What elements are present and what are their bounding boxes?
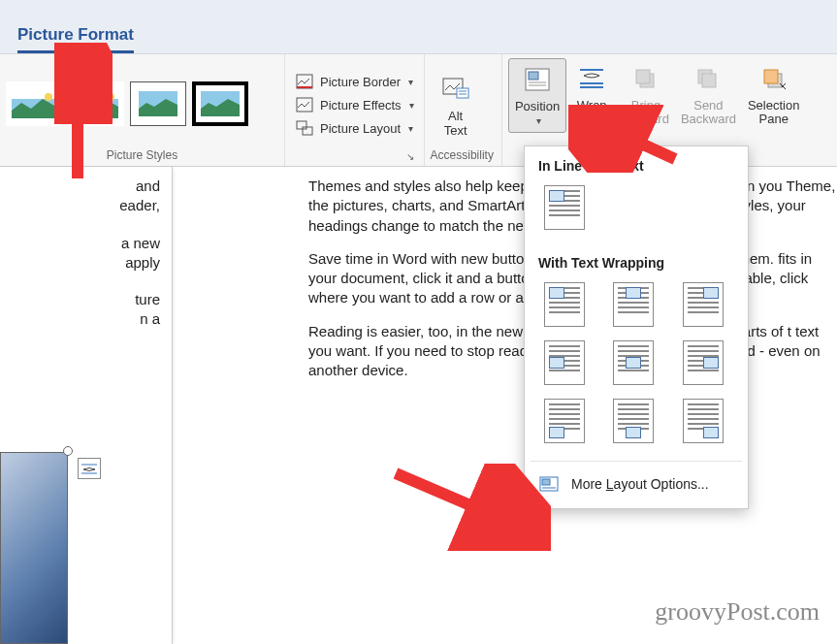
send-backward-icon xyxy=(691,62,725,95)
alt-text-button[interactable]: Alt Text xyxy=(431,69,481,138)
wrap-text-button[interactable]: Wrap Text xyxy=(566,58,617,127)
position-option-bottom-right[interactable] xyxy=(683,399,724,443)
svg-rect-16 xyxy=(529,72,538,80)
position-option-bottom-center[interactable] xyxy=(613,399,654,443)
position-button[interactable]: Position▾ xyxy=(508,58,566,133)
picture-border-button[interactable]: Picture Border ▾ xyxy=(291,71,418,92)
svg-point-1 xyxy=(45,93,52,101)
position-option-middle-left[interactable] xyxy=(544,340,585,385)
dialog-launcher-picture-styles[interactable]: ↘ xyxy=(291,151,418,166)
dropdown-section-wrap: With Text Wrapping xyxy=(525,243,748,278)
position-icon xyxy=(520,63,555,96)
doc-text-fragment: a new apply xyxy=(0,234,160,274)
picture-layout-icon xyxy=(295,119,314,137)
position-option-inline[interactable] xyxy=(544,185,585,230)
doc-left-column: and eader, a new apply ture n a xyxy=(0,167,173,644)
bring-forward-button[interactable]: Bring Forward xyxy=(617,58,675,127)
position-option-top-right[interactable] xyxy=(683,282,724,327)
picture-effects-button[interactable]: Picture Effects ▾ xyxy=(291,94,418,115)
picture-style-thumb-1[interactable] xyxy=(6,81,62,126)
picture-style-thumb-2[interactable] xyxy=(68,81,124,126)
group-accessibility: Alt Text Accessibility xyxy=(425,54,502,166)
more-layout-options-label: More Layout Options... xyxy=(571,476,709,492)
contextual-tab-strip: Picture Format xyxy=(0,0,837,54)
position-option-top-left[interactable] xyxy=(544,282,585,327)
position-option-middle-center[interactable] xyxy=(613,340,654,385)
alt-text-icon xyxy=(438,73,473,106)
selection-pane-icon xyxy=(757,62,791,95)
svg-rect-10 xyxy=(303,127,312,135)
position-option-top-center[interactable] xyxy=(613,282,654,327)
more-layout-icon xyxy=(538,475,560,493)
layout-options-floating-button[interactable] xyxy=(78,458,101,479)
send-backward-button[interactable]: Send Backward xyxy=(675,58,742,127)
doc-text-fragment: ture n a xyxy=(0,290,160,330)
dropdown-separator xyxy=(531,461,742,462)
more-layout-options[interactable]: More Layout Options... xyxy=(525,466,748,502)
picture-style-thumb-4[interactable] xyxy=(192,81,248,126)
svg-rect-27 xyxy=(764,70,778,83)
chevron-down-icon: ▾ xyxy=(536,115,541,126)
selected-picture[interactable] xyxy=(0,452,68,644)
picture-effects-icon xyxy=(295,96,314,113)
svg-rect-8 xyxy=(297,98,312,112)
doc-text-fragment: and eader, xyxy=(0,177,160,216)
svg-rect-7 xyxy=(297,86,312,88)
svg-point-3 xyxy=(107,93,114,101)
group-picture-adjust: Picture Border ▾ Picture Effects ▾ Pictu… xyxy=(285,54,425,166)
svg-rect-9 xyxy=(297,121,306,129)
position-dropdown: In Line with Text With Text Wrapping Mor… xyxy=(524,145,749,509)
group-picture-styles: Picture Styles xyxy=(0,54,285,166)
svg-rect-23 xyxy=(636,70,650,83)
chevron-down-icon: ▾ xyxy=(408,77,413,87)
position-option-bottom-left[interactable] xyxy=(544,399,585,443)
selection-handle[interactable] xyxy=(63,446,73,456)
picture-layout-button[interactable]: Picture Layout ▾ xyxy=(291,117,418,139)
chevron-down-icon: ▾ xyxy=(408,123,413,134)
svg-rect-12 xyxy=(457,88,468,98)
svg-rect-25 xyxy=(702,74,716,87)
picture-border-icon xyxy=(295,73,314,90)
selection-pane-button[interactable]: Selection Pane xyxy=(742,58,805,127)
wrap-text-icon xyxy=(574,62,609,95)
bring-forward-icon xyxy=(628,62,663,95)
svg-rect-31 xyxy=(542,479,550,485)
picture-style-thumb-3[interactable] xyxy=(130,81,186,126)
group-label-accessibility: Accessibility xyxy=(431,148,496,166)
tab-picture-format[interactable]: Picture Format xyxy=(17,25,134,53)
group-label-picture-styles: Picture Styles xyxy=(6,148,278,166)
dropdown-section-inline: In Line with Text xyxy=(525,146,748,181)
position-option-middle-right[interactable] xyxy=(683,340,724,385)
chevron-down-icon: ▾ xyxy=(409,100,414,111)
watermark: groovyPost.com xyxy=(655,597,820,627)
svg-rect-6 xyxy=(297,75,312,88)
